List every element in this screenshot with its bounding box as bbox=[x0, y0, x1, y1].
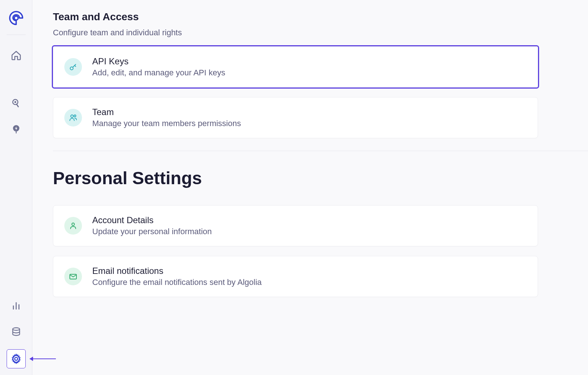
user-icon bbox=[64, 217, 82, 235]
svg-line-3 bbox=[17, 104, 18, 107]
svg-point-9 bbox=[12, 328, 19, 331]
section-title-personal-settings: Personal Settings bbox=[53, 168, 588, 188]
card-email-notifications[interactable]: Email notifications Configure the email … bbox=[53, 256, 538, 297]
card-team[interactable]: Team Manage your team members permission… bbox=[53, 97, 538, 138]
sidebar-item-search[interactable] bbox=[8, 95, 24, 111]
card-title: API Keys bbox=[92, 56, 225, 67]
card-desc: Add, edit, and manage your API keys bbox=[92, 68, 225, 78]
sidebar-item-home[interactable] bbox=[8, 47, 24, 64]
sidebar bbox=[0, 0, 32, 375]
card-desc: Configure the email notifications sent b… bbox=[92, 278, 262, 287]
sidebar-item-analytics[interactable] bbox=[8, 298, 24, 314]
card-api-keys[interactable]: API Keys Add, edit, and manage your API … bbox=[53, 46, 538, 88]
card-desc: Update your personal information bbox=[92, 227, 212, 236]
card-title: Email notifications bbox=[92, 266, 262, 276]
card-title: Team bbox=[92, 107, 241, 117]
svg-point-15 bbox=[74, 115, 76, 117]
team-icon bbox=[64, 109, 82, 126]
sidebar-divider bbox=[7, 35, 26, 35]
section-title-team-access: Team and Access bbox=[53, 11, 588, 23]
key-icon bbox=[64, 58, 82, 76]
algolia-logo[interactable] bbox=[8, 10, 24, 27]
svg-point-10 bbox=[15, 357, 18, 360]
divider bbox=[53, 151, 588, 151]
svg-point-16 bbox=[72, 223, 75, 226]
svg-point-2 bbox=[14, 101, 16, 103]
card-account-details[interactable]: Account Details Update your personal inf… bbox=[53, 205, 538, 246]
main-content: Team and Access Configure team and indiv… bbox=[32, 0, 588, 375]
sidebar-item-bolt[interactable] bbox=[8, 121, 24, 137]
svg-point-14 bbox=[71, 115, 74, 118]
svg-line-13 bbox=[75, 65, 76, 67]
section-subtitle-team-access: Configure team and individual rights bbox=[53, 28, 588, 38]
mail-icon bbox=[64, 268, 82, 285]
card-desc: Manage your team members permissions bbox=[92, 119, 241, 128]
annotation-arrow bbox=[29, 357, 56, 361]
card-title: Account Details bbox=[92, 215, 212, 225]
sidebar-item-data[interactable] bbox=[8, 324, 24, 340]
svg-point-0 bbox=[14, 16, 18, 20]
sidebar-item-settings[interactable] bbox=[7, 349, 26, 368]
